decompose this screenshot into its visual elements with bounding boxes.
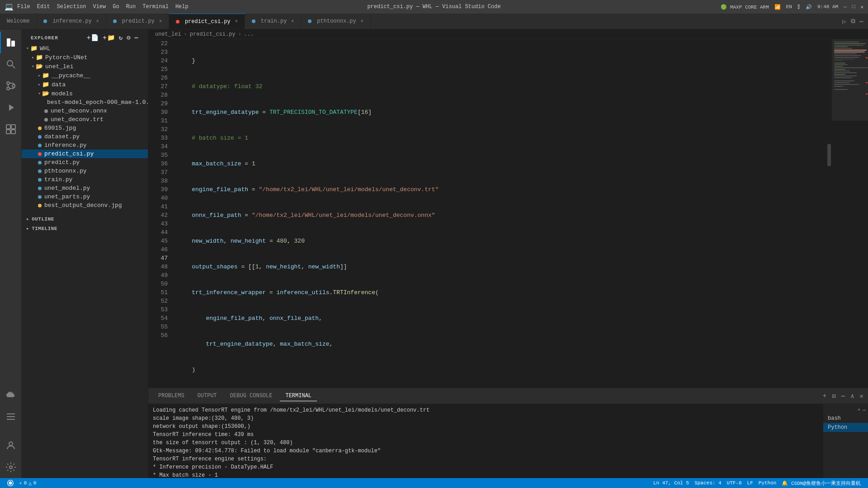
statusbar-errors[interactable]: ⚡ 0 △ 0 bbox=[16, 478, 39, 488]
new-folder-icon[interactable]: +📁 bbox=[103, 34, 115, 42]
more-actions-icon[interactable]: ⋯ bbox=[860, 18, 863, 25]
tree-label-predict-csi: predict_csi.py bbox=[44, 150, 94, 157]
minimap[interactable] bbox=[832, 39, 868, 388]
tab-pthtoonnx-close[interactable]: × bbox=[361, 19, 363, 24]
activitybar-git[interactable] bbox=[0, 75, 22, 97]
activitybar-remote[interactable] bbox=[0, 406, 22, 427]
tab-inference[interactable]: inference.py × bbox=[37, 14, 106, 29]
file-dot-best-output bbox=[38, 204, 42, 207]
tree-item-jpg69015[interactable]: 69015.jpg bbox=[22, 124, 148, 132]
split-editor-icon[interactable]: ⧉ bbox=[851, 18, 855, 25]
statusbar-right: Ln 47, Col 5 Spaces: 4 UTF-8 LF Python 🔔… bbox=[651, 480, 863, 487]
statusbar-language[interactable]: Python bbox=[756, 480, 779, 486]
tree-item-whl[interactable]: ▾ 📁 WHL bbox=[22, 44, 148, 53]
file-dot-pthtoonnx bbox=[38, 169, 42, 173]
panel-tab-terminal[interactable]: TERMINAL bbox=[280, 391, 317, 401]
new-file-icon[interactable]: +📄 bbox=[87, 34, 99, 42]
linenum-23: 23 bbox=[148, 48, 168, 56]
tree-item-unet-parts[interactable]: unet_parts.py bbox=[22, 192, 148, 201]
statusbar-remote[interactable] bbox=[5, 478, 16, 488]
panel-tab-problems[interactable]: PROBLEMS bbox=[153, 391, 190, 401]
tree-item-pthtoonnx-sidebar[interactable]: pthtoonnx.py bbox=[22, 167, 148, 175]
tree-item-dataset[interactable]: dataset.py bbox=[22, 132, 148, 141]
tree-item-pycache[interactable]: ▸ 📁 __pycache__ bbox=[22, 71, 148, 80]
terminal-sidebar-more[interactable]: ⋯ bbox=[863, 407, 866, 413]
terminal-content[interactable]: Loading cached TensorRT engine from /hom… bbox=[148, 404, 823, 478]
activitybar-account[interactable] bbox=[0, 435, 22, 456]
refresh-icon[interactable]: ↻ bbox=[119, 34, 123, 42]
statusbar-eol[interactable]: LF bbox=[745, 480, 756, 486]
tab-welcome[interactable]: Welcome bbox=[0, 14, 37, 29]
tab-inference-close[interactable]: × bbox=[96, 19, 99, 24]
tree-item-best-output[interactable]: best_output_deconv.jpg bbox=[22, 201, 148, 210]
run-icon[interactable]: ▷ bbox=[842, 18, 846, 25]
panel-ellipsis-icon[interactable]: ⋯ bbox=[841, 392, 845, 400]
tree-arrow-pytorch: ▸ bbox=[32, 55, 34, 60]
activitybar-settings[interactable] bbox=[0, 456, 22, 478]
titlebar-menu[interactable]: FileEditSelectionViewGoRunTerminalHelp bbox=[17, 4, 189, 10]
linenum-32: 32 bbox=[148, 125, 168, 134]
terminal-sidebar-add[interactable]: + bbox=[858, 407, 861, 413]
linenum-51: 51 bbox=[148, 288, 168, 297]
tree-item-unet-model[interactable]: unet_model.py bbox=[22, 184, 148, 192]
notification-label: 🔔 CSDN@鱼梗鱼小一乘支持向量机 bbox=[782, 480, 861, 487]
terminal-sidebar: + ⋯ bash Python bbox=[823, 404, 868, 478]
linenum-37: 37 bbox=[148, 168, 168, 177]
activitybar-debug[interactable] bbox=[0, 97, 22, 118]
svg-rect-9 bbox=[11, 125, 15, 129]
activitybar-extensions[interactable] bbox=[0, 118, 22, 140]
tab-predict[interactable]: predict.py × bbox=[106, 14, 169, 29]
tree-item-predict-csi[interactable]: predict_csi.py bbox=[22, 150, 148, 158]
editor-scrollbar[interactable] bbox=[826, 39, 832, 388]
code-content[interactable]: } # datatype: float 32 trt_engine_dataty… bbox=[173, 39, 826, 388]
ellipsis-icon[interactable]: ⋯ bbox=[135, 34, 139, 42]
tree-item-unet-lei[interactable]: ▾ 📂 unet_lei bbox=[22, 62, 148, 71]
code-editor[interactable]: 22 23 24 25 26 27 28 29 30 31 32 33 34 3… bbox=[148, 39, 826, 388]
tree-item-best-model[interactable]: best-model_epoch-000_mae-1.0... bbox=[22, 98, 148, 107]
linenum-27: 27 bbox=[148, 82, 168, 91]
breadcrumb-part2[interactable]: predict_csi.py bbox=[190, 31, 236, 38]
activitybar-search[interactable] bbox=[0, 53, 22, 75]
panel-collapse-icon[interactable]: ∧ bbox=[850, 392, 854, 400]
terminal-bash[interactable]: bash bbox=[823, 414, 868, 423]
breadcrumb-part3[interactable]: ... bbox=[244, 31, 254, 38]
tab-predict-csi[interactable]: predict_csi.py × bbox=[169, 14, 245, 29]
panel-add-icon[interactable]: + bbox=[823, 392, 826, 399]
panel-close-icon[interactable]: ✕ bbox=[860, 392, 863, 400]
tree-item-inference-sidebar[interactable]: inference.py bbox=[22, 141, 148, 150]
panel-tab-output[interactable]: OUTPUT bbox=[192, 391, 222, 401]
tree-item-onnx[interactable]: unet_deconv.onnx bbox=[22, 107, 148, 115]
linenum-33: 33 bbox=[148, 134, 168, 142]
tab-predict-csi-close[interactable]: × bbox=[235, 19, 238, 24]
tab-predict-close[interactable]: × bbox=[159, 19, 162, 24]
statusbar-position[interactable]: Ln 47, Col 5 bbox=[651, 480, 692, 486]
panel-tab-debug[interactable]: DEBUG CONSOLE bbox=[225, 391, 278, 401]
tab-train-close[interactable]: × bbox=[291, 19, 294, 24]
tab-train[interactable]: train.py × bbox=[245, 14, 302, 29]
linenum-45: 45 bbox=[148, 237, 168, 245]
statusbar-encoding[interactable]: UTF-8 bbox=[724, 480, 745, 486]
tab-pthtoonnx[interactable]: pthtoonnx.py × bbox=[301, 14, 370, 29]
activitybar-docker[interactable] bbox=[0, 384, 22, 406]
tree-item-models[interactable]: ▾ 📂 models bbox=[22, 89, 148, 98]
linenum-31: 31 bbox=[148, 117, 168, 125]
timeline-section[interactable]: ▸ TIMELINE bbox=[22, 224, 148, 233]
statusbar-notification[interactable]: 🔔 CSDN@鱼梗鱼小一乘支持向量机 bbox=[779, 480, 863, 487]
tree-item-predict[interactable]: predict.py bbox=[22, 158, 148, 167]
tree-item-data[interactable]: ▸ 📁 data bbox=[22, 80, 148, 89]
breadcrumb-part1[interactable]: unet_lei bbox=[155, 31, 181, 38]
terminal-python[interactable]: Python bbox=[823, 423, 868, 432]
window-close[interactable]: ✕ bbox=[860, 4, 863, 10]
window-maximize[interactable]: □ bbox=[852, 4, 855, 9]
statusbar-spaces[interactable]: Spaces: 4 bbox=[692, 480, 724, 486]
outline-section[interactable]: ▸ OUTLINE bbox=[22, 214, 148, 224]
svg-point-13 bbox=[9, 466, 12, 469]
window-minimize[interactable]: — bbox=[844, 4, 847, 9]
panel-split-icon[interactable]: ⊡ bbox=[832, 392, 835, 400]
tree-item-trt[interactable]: unet_deconv.trt bbox=[22, 115, 148, 124]
tree-item-pytorch-unet[interactable]: ▸ 📁 Pytorch-UNet bbox=[22, 53, 148, 62]
tree-item-train-sidebar[interactable]: train.py bbox=[22, 175, 148, 184]
collapse-icon[interactable]: ⊖ bbox=[127, 34, 131, 42]
scrollbar-thumb[interactable] bbox=[827, 144, 831, 166]
activitybar-explorer[interactable] bbox=[0, 32, 22, 53]
